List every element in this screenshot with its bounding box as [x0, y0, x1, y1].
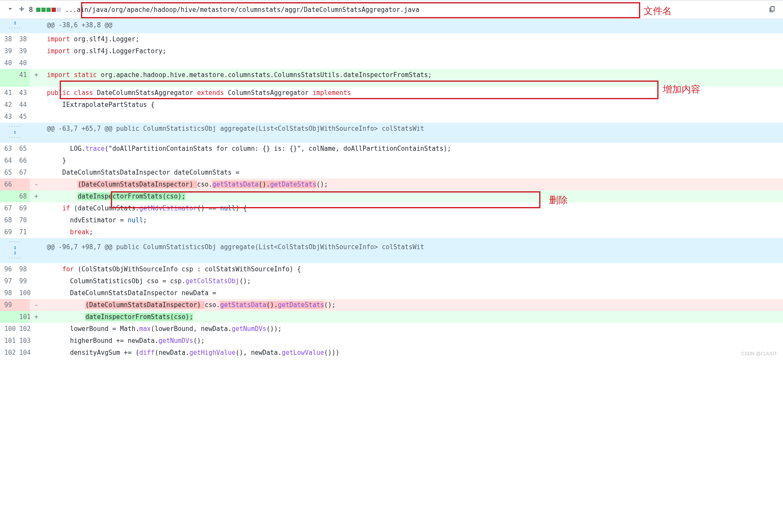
code: [43, 111, 783, 123]
new-line-number[interactable]: 99: [15, 275, 30, 287]
marker: [30, 214, 43, 226]
expand-up-icon[interactable]: ↥·····: [0, 19, 30, 33]
new-line-number[interactable]: 102: [15, 323, 30, 335]
old-line-number[interactable]: [0, 190, 15, 202]
code: import org.slf4j.Logger;: [43, 33, 783, 45]
old-line-number[interactable]: 68: [0, 214, 15, 226]
old-line-number[interactable]: 63: [0, 143, 15, 155]
new-line-number[interactable]: 104: [15, 347, 30, 359]
new-line-number[interactable]: 41: [15, 69, 30, 81]
hunk-header: @@ -96,7 +98,7 @@ public ColumnStatistic…: [43, 241, 783, 263]
diff-line: 100 102 lowerBound = Math.max(lowerBound…: [0, 323, 783, 335]
code: higherBound += newData.getNumDVs();: [43, 335, 783, 347]
hunk-header-row: ·····↧↥·····: [0, 238, 783, 241]
old-line-number[interactable]: 42: [0, 99, 15, 111]
old-line-number[interactable]: 39: [0, 45, 15, 57]
diff-line-deleted: 66 - (DateColumnStatsDataInspector) cso.…: [0, 178, 783, 190]
marker: [30, 33, 43, 45]
code: dateInspectorFromStats(cso);: [43, 311, 783, 323]
hunk-header: @@ -38,6 +38,8 @@: [43, 19, 783, 33]
old-line-number[interactable]: [0, 311, 15, 323]
diff-line: 68 70 ndvEstimator = null;: [0, 214, 783, 226]
old-line-number[interactable]: 67: [0, 202, 15, 214]
code: }: [43, 155, 783, 167]
new-line-number[interactable]: 38: [15, 33, 30, 45]
new-line-number[interactable]: [15, 81, 30, 87]
new-line-number[interactable]: 43: [15, 87, 30, 99]
code: if (dateColumnStats.getNdvEstimator() ==…: [43, 202, 783, 214]
new-line-number[interactable]: 68: [15, 190, 30, 202]
code: lowerBound = Math.max(lowerBound, newDat…: [43, 323, 783, 335]
old-line-number[interactable]: 43: [0, 111, 15, 123]
copy-icon[interactable]: [769, 5, 776, 14]
drag-icon[interactable]: [19, 6, 25, 14]
code: [43, 57, 783, 69]
old-line-number[interactable]: 66: [0, 178, 15, 190]
diff-line: 42 44 IExtrapolatePartStatus {: [0, 99, 783, 111]
diff-line: 69 71 break;: [0, 226, 783, 238]
bar-add: [36, 8, 40, 12]
diff-line-added: 68 + dateInspectorFromStats(cso);: [0, 190, 783, 202]
diff-container: 8 ...ain/java/org/apache/hadoop/hive/met…: [0, 0, 783, 359]
new-line-number[interactable]: 98: [15, 263, 30, 275]
code: (DateColumnStatsDataInspector) cso.getSt…: [43, 299, 783, 311]
expand-both-icon[interactable]: ·····↧↥·····: [0, 238, 30, 263]
old-line-number[interactable]: 64: [0, 155, 15, 167]
old-line-number[interactable]: 101: [0, 335, 15, 347]
old-line-number[interactable]: 98: [0, 287, 15, 299]
new-line-number[interactable]: [15, 299, 30, 311]
diff-line: 97 99 ColumnStatisticsObj cso = csp.getC…: [0, 275, 783, 287]
annotation-added: 增加内容: [663, 83, 700, 96]
marker: [30, 123, 43, 143]
new-line-number[interactable]: 69: [15, 202, 30, 214]
new-line-number[interactable]: 44: [15, 99, 30, 111]
diff-line: 101 103 higherBound += newData.getNumDVs…: [0, 335, 783, 347]
diff-line: 40 40: [0, 57, 783, 69]
marker: [30, 347, 43, 359]
hunk-header-row: ·····⇕····· @@ -63,7 +65,7 @@ public Col…: [0, 123, 783, 143]
marker: [30, 45, 43, 57]
new-line-number[interactable]: [15, 178, 30, 190]
hunk-header-row: ↥····· @@ -38,6 +38,8 @@: [0, 19, 783, 33]
marker-add: +: [30, 311, 43, 323]
new-line-number[interactable]: 39: [15, 45, 30, 57]
old-line-number[interactable]: 69: [0, 226, 15, 238]
old-line-number[interactable]: 102: [0, 347, 15, 359]
old-line-number[interactable]: 41: [0, 87, 15, 99]
annotation-filename: 文件名: [644, 5, 672, 17]
old-line-number[interactable]: 38: [0, 33, 15, 45]
new-line-number[interactable]: 66: [15, 155, 30, 167]
new-line-number[interactable]: 45: [15, 111, 30, 123]
new-line-number[interactable]: 65: [15, 143, 30, 155]
hunk-header-row: @@ -96,7 +98,7 @@ public ColumnStatistic…: [0, 241, 783, 263]
diff-line: 43 45: [0, 111, 783, 123]
new-line-number[interactable]: 103: [15, 335, 30, 347]
new-line-number[interactable]: 71: [15, 226, 30, 238]
old-line-number[interactable]: 99: [0, 299, 15, 311]
new-line-number[interactable]: 70: [15, 214, 30, 226]
expand-both-icon[interactable]: ·····⇕·····: [0, 123, 30, 143]
diff-table: ↥····· @@ -38,6 +38,8 @@ 38 38 import or…: [0, 19, 783, 359]
new-line-number[interactable]: 100: [15, 287, 30, 299]
code: dateInspectorFromStats(cso);: [43, 190, 783, 202]
marker: [30, 275, 43, 287]
diff-line: 64 66 }: [0, 155, 783, 167]
new-line-number[interactable]: 67: [15, 167, 30, 178]
new-line-number[interactable]: 101: [15, 311, 30, 323]
old-line-number[interactable]: 97: [0, 275, 15, 287]
new-line-number[interactable]: 40: [15, 57, 30, 69]
bar-del: [52, 8, 56, 12]
old-line-number[interactable]: 65: [0, 167, 15, 178]
diff-line: 63 65 LOG.trace("doAllPartitionContainSt…: [0, 143, 783, 155]
old-line-number[interactable]: 40: [0, 57, 15, 69]
annotation-deleted: 删除: [549, 194, 568, 207]
diff-line: 38 38 import org.slf4j.Logger;: [0, 33, 783, 45]
diff-stat-bars: [36, 8, 61, 12]
old-line-number[interactable]: 96: [0, 263, 15, 275]
old-line-number[interactable]: 100: [0, 323, 15, 335]
chevron-down-icon[interactable]: [7, 6, 14, 14]
marker: [30, 111, 43, 123]
old-line-number[interactable]: [0, 69, 15, 81]
marker: [30, 155, 43, 167]
old-line-number[interactable]: [0, 81, 15, 87]
